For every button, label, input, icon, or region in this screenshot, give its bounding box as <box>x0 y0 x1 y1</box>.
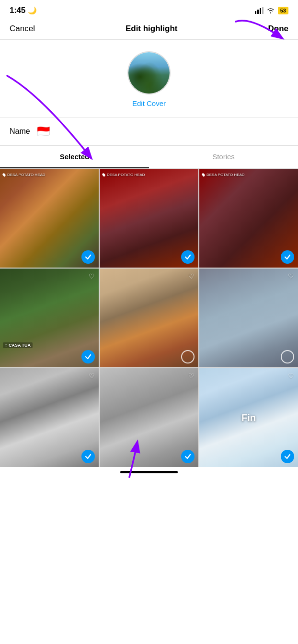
heart-icon-8: ♡ <box>188 372 195 380</box>
heart-icon-7: ♡ <box>89 372 95 380</box>
grid-cell-4[interactable]: ♡ ○ CASA TUA <box>0 269 99 367</box>
edit-cover-button[interactable]: Edit Cover <box>132 99 166 107</box>
heart-icon-4: ♡ <box>89 272 95 280</box>
status-time: 1:45 <box>10 6 25 15</box>
check-badge-6 <box>281 350 294 363</box>
heart-icon-6: ♡ <box>288 272 294 280</box>
cancel-button[interactable]: Cancel <box>10 24 35 34</box>
heart-icon-9: ♡ <box>288 372 294 380</box>
cover-image <box>127 51 171 94</box>
tabs-bar: Selected Stories <box>0 146 298 169</box>
check-badge-8 <box>181 450 195 463</box>
svg-rect-0 <box>255 11 256 14</box>
grid-cell-5[interactable]: ♡ <box>100 269 198 367</box>
signal-icon <box>255 7 264 14</box>
cover-section: Edit Cover <box>0 40 298 117</box>
status-bar: 1:45 🌙 53 <box>0 0 298 19</box>
flag-emoji: 🇮🇩 <box>37 125 50 138</box>
check-badge-7 <box>81 450 95 463</box>
check-badge-9 <box>281 450 294 463</box>
grid-cell-8[interactable]: ♡ <box>100 368 198 467</box>
svg-rect-2 <box>260 8 261 14</box>
done-button[interactable]: Done <box>268 24 288 34</box>
grid-cell-9[interactable]: ♡ Fin <box>199 368 298 467</box>
tab-stories[interactable]: Stories <box>149 146 298 168</box>
wifi-icon <box>266 7 275 14</box>
check-badge-1 <box>81 250 95 264</box>
name-section: Name 🇮🇩 <box>0 117 298 146</box>
svg-rect-3 <box>262 7 264 14</box>
grid-cell-3[interactable]: DESA POTATO HEAD <box>199 169 298 268</box>
check-badge-4 <box>81 350 95 363</box>
grid-cell-7[interactable]: ♡ <box>0 368 99 467</box>
heart-icon-5: ♡ <box>188 272 195 280</box>
location-label-3: DESA POTATO HEAD <box>202 173 245 177</box>
photo-grid: DESA POTATO HEAD DESA POTATO HEAD DESA P… <box>0 169 298 467</box>
tab-selected[interactable]: Selected <box>0 146 149 168</box>
status-icons: 53 <box>255 7 288 14</box>
nav-bar: Cancel Edit highlight Done <box>0 19 298 40</box>
check-badge-5 <box>181 350 195 363</box>
moon-icon: 🌙 <box>28 6 37 15</box>
fin-label: Fin <box>241 412 256 423</box>
page-title: Edit highlight <box>126 24 178 34</box>
svg-rect-1 <box>257 10 259 14</box>
location-label-2: DESA POTATO HEAD <box>103 173 145 177</box>
photo-label-4: ○ CASA TUA <box>3 342 33 348</box>
check-badge-3 <box>281 250 294 264</box>
grid-cell-2[interactable]: DESA POTATO HEAD <box>100 169 198 268</box>
check-badge-2 <box>181 250 195 264</box>
location-label-1: DESA POTATO HEAD <box>3 173 46 177</box>
grid-cell-1[interactable]: DESA POTATO HEAD <box>0 169 99 268</box>
battery-badge: 53 <box>278 7 288 14</box>
home-indicator <box>120 471 178 473</box>
name-label: Name <box>10 127 30 136</box>
bottom-bar <box>0 467 298 477</box>
grid-cell-6[interactable]: ♡ <box>199 269 298 367</box>
